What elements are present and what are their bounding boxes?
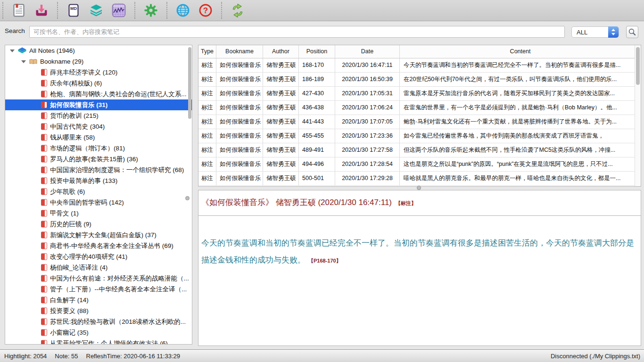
import-clippings-button[interactable] (33, 2, 50, 19)
sidebar-item-book[interactable]: 庆余年(精校版) (6) (5, 78, 192, 89)
sidebar-scrollbar[interactable] (188, 47, 191, 119)
column-header-date[interactable]: Date (335, 45, 400, 58)
red-book-icon (41, 286, 47, 293)
sidebar-item-book[interactable]: 从零开始学写作：个人增值的有效方法 (6) (5, 338, 192, 345)
tree-item-label: 枪炮、病菌与钢铁:人类社会的命运(世纪人文系... (50, 90, 187, 99)
red-book-icon (41, 199, 47, 206)
table-row[interactable]: 标注如何假装懂音乐储智勇王硕455-4552020/1/30 17:23:36如… (198, 129, 641, 143)
sidebar-item-book[interactable]: 枪炮、病菌与钢铁:人类社会的命运(世纪人文系... (5, 89, 192, 99)
sidebar-item-book[interactable]: 钱从哪里来 (58) (5, 132, 192, 143)
table-row[interactable]: 标注如何假装懂音乐储智勇王硕168-1702020/1/30 16:47:11今… (198, 58, 641, 73)
sidebar-item-book[interactable]: 中国国家治理的制度逻辑：一个组织学研究 (68) (5, 165, 192, 175)
sidebar-item-book[interactable]: 中国为什么有前途：对外经济关系的战略潜能（... (5, 273, 192, 284)
sidebar-item-book[interactable]: 市场的逻辑（增订本）(81) (5, 143, 192, 154)
column-header-position[interactable]: Position (299, 45, 335, 58)
refresh-button[interactable] (229, 2, 246, 19)
table-cell-content: 在20世纪50年代到70年代之间，有过一类乐队，叫节奏蓝调乐队，他们使用的乐..… (400, 73, 641, 86)
sidebar-item-book[interactable]: 中央帝国的哲学密码 (142) (5, 197, 192, 208)
column-header-author[interactable]: Author (263, 45, 299, 58)
tree-item-label: 中央帝国的哲学密码 (142) (50, 198, 124, 207)
tree-item-label: 薛兆丰经济学讲义 (120) (50, 68, 117, 77)
table-cell-content: 鲍勃·马利对雷鬼文化还有一个重大贡献，就是将脏辫传播到了世界各地。关于为... (400, 115, 641, 129)
table-cell-type: 标注 (198, 172, 216, 185)
app-window: MD? Search ALL All Notes (1946)Bookname … (0, 0, 644, 362)
sidebar-item-book[interactable]: 投资要义 (88) (5, 305, 192, 316)
sidebar-item-book[interactable]: 苏世民:我的经验与教训（2018读桥水达利欧的... (5, 316, 192, 327)
sidebar-item-book[interactable]: 管子（上下册）--中华经典名著全本全注全译（... (5, 284, 192, 295)
sidebar-item-book[interactable]: 改变心理学的40项研究 (41) (5, 251, 192, 262)
sidebar-item-book[interactable]: 商君书-中华经典名著全本全注全译丛书 (69) (5, 240, 192, 251)
horizontal-splitter-handle[interactable] (417, 186, 421, 190)
layers-button[interactable] (88, 2, 105, 19)
table-cell-content: 如今雷鬼已经传遍世界各地，其中传到南美的那条线演变成了西班牙语雷鬼， (400, 129, 641, 143)
table-row[interactable]: 标注如何假装懂音乐储智勇王硕500-5012020/1/30 17:29:28嘻… (198, 172, 641, 186)
refresh-icon (231, 3, 245, 17)
detail-type-badge: 【标注】 (396, 200, 416, 206)
sidebar-item-book[interactable]: 薛兆丰经济学讲义 (120) (5, 67, 192, 78)
table-row[interactable]: 标注如何假装懂音乐储智勇王硕441-4432020/1/30 17:07:05鲍… (198, 115, 641, 129)
detail-title: 《如何假装懂音乐》 储智勇王硕 (2020/1/30 16:47:11) (201, 198, 392, 207)
sidebar-item-all-notes[interactable]: All Notes (1946) (5, 45, 192, 56)
table-cell-author: 储智勇王硕 (263, 58, 299, 72)
column-header-type[interactable]: Type (198, 45, 216, 58)
vertical-splitter-handle[interactable] (185, 196, 190, 200)
red-book-icon (41, 275, 47, 282)
sidebar-item-book[interactable]: 货币的教训 (215) (5, 110, 192, 121)
tree-item-label: 庆余年(精校版) (6) (50, 79, 102, 88)
sidebar-item-book[interactable]: 少年凯歌 (6) (5, 186, 192, 197)
table-body: 标注如何假装懂音乐储智勇王硕168-1702020/1/30 16:47:11今… (198, 58, 641, 186)
red-book-icon (41, 307, 47, 314)
sidebar-item-book[interactable]: 投资中最简单的事 (133) (5, 175, 192, 186)
sidebar-item-book[interactable]: 罗马人的故事(套装共15册) (36) (5, 154, 192, 165)
sidebar-item-book[interactable]: 历史的巨镜 (9) (5, 219, 192, 230)
table-cell-date: 2020/1/30 16:50:39 (335, 73, 400, 86)
table-row[interactable]: 标注如何假装懂音乐储智勇王硕494-4962020/1/30 17:28:54这… (198, 157, 641, 172)
red-book-icon (41, 101, 47, 108)
table-row[interactable]: 标注如何假装懂音乐储智勇王硕436-4382020/1/30 17:06:24在… (198, 101, 641, 115)
column-header-content[interactable]: Content (400, 45, 641, 58)
import-clippings-icon (34, 3, 49, 17)
tree-item-label: 新编说文解字大全集(超值白金版) (37) (50, 231, 157, 239)
settings-gear-button[interactable] (142, 2, 159, 19)
column-header-bookname[interactable]: Bookname (216, 45, 263, 58)
sidebar-item-book[interactable]: 如何假装懂音乐 (31) (5, 99, 192, 110)
status-bar: Hightlight: 2054 Note: 55 RefleshTime: 2… (0, 349, 644, 362)
table-cell-bookname: 如何假装懂音乐 (216, 58, 263, 72)
dropdown-stepper-icon[interactable] (608, 26, 619, 38)
notes-document-button[interactable] (10, 2, 27, 19)
toolbar-group (3, 0, 57, 21)
red-book-icon (41, 90, 47, 98)
markdown-export-button[interactable]: MD (65, 2, 82, 19)
help-button[interactable]: ? (197, 2, 214, 19)
filter-dropdown[interactable]: ALL (571, 26, 619, 38)
table-cell-bookname: 如何假装懂音乐 (216, 73, 263, 86)
red-book-icon (41, 80, 47, 87)
table-row[interactable]: 标注如何假装懂音乐储智勇王硕489-4912020/1/30 17:27:58但… (198, 143, 641, 157)
help-icon: ? (198, 3, 213, 17)
red-book-icon (41, 123, 47, 130)
sidebar-item-book[interactable]: 中国古代简史 (304) (5, 121, 192, 132)
red-book-icon (41, 253, 47, 260)
sidebar-item-book[interactable]: 杨伯峻_论语译注 (4) (5, 262, 192, 273)
sidebar-item-bookname-group[interactable]: Bookname (29) (5, 56, 192, 67)
sidebar-item-book[interactable]: 白鱼解字 (14) (5, 295, 192, 305)
table-cell-date: 2020/1/30 17:28:54 (335, 157, 400, 171)
red-book-icon (41, 177, 47, 184)
red-book-icon (41, 318, 47, 325)
red-book-icon (41, 340, 47, 345)
table-scrollbar-thumb[interactable] (636, 47, 640, 85)
table-row[interactable]: 标注如何假装懂音乐储智勇王硕427-4302020/1/30 17:05:31雷… (198, 87, 641, 101)
statistics-button[interactable] (110, 2, 127, 19)
disclosure-triangle-icon[interactable] (21, 60, 26, 63)
disclosure-triangle-icon[interactable] (10, 49, 15, 52)
table-scrollbar-track[interactable] (635, 45, 641, 186)
search-button[interactable] (626, 26, 638, 38)
search-input[interactable] (29, 26, 565, 38)
sidebar-item-book[interactable]: 小窗幽记 (35) (5, 327, 192, 338)
table-row[interactable]: 标注如何假装懂音乐储智勇王硕186-1892020/1/30 16:50:39在… (198, 73, 641, 87)
table-cell-content: 这也是朋克之所以是“punk”的原因。“punk”在英文里是流氓阿飞的意思，只不… (400, 157, 641, 171)
sidebar-item-book[interactable]: 甲骨文 (1) (5, 208, 192, 219)
globe-button[interactable] (174, 2, 191, 19)
table-cell-type: 标注 (198, 143, 216, 157)
sidebar-item-book[interactable]: 新编说文解字大全集(超值白金版) (37) (5, 230, 192, 240)
